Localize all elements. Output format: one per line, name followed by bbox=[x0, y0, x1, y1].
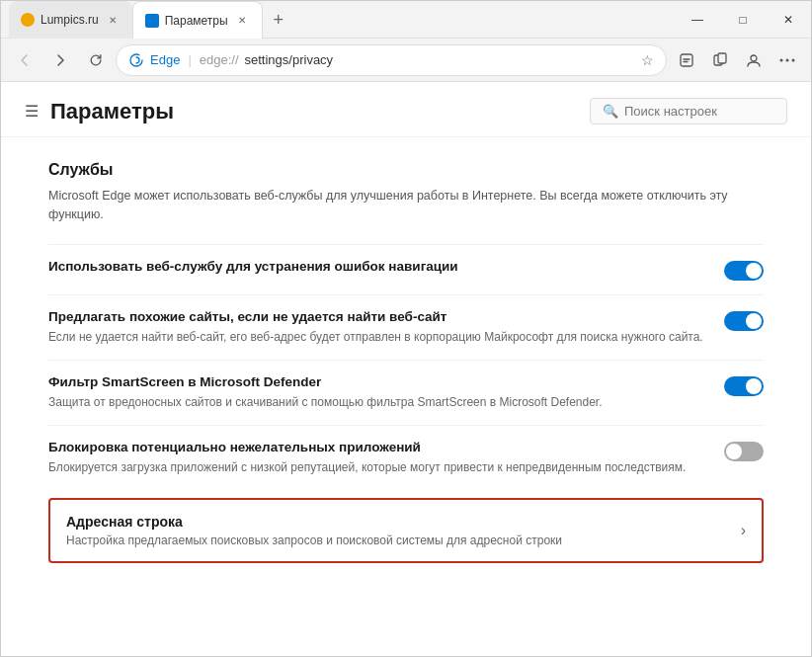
address-bar-nav-text: Адресная строка Настройка предлагаемых п… bbox=[66, 514, 562, 547]
search-input[interactable] bbox=[624, 104, 774, 119]
search-icon: 🔍 bbox=[603, 104, 618, 119]
tab-close-lumpics[interactable]: ✕ bbox=[105, 12, 121, 28]
page-title: Параметры bbox=[50, 99, 174, 124]
tab-favicon-lumpics bbox=[21, 13, 35, 27]
toggle-sublabel-pua: Блокируется загрузка приложений с низкой… bbox=[48, 458, 704, 476]
toggle-row-suggest-sites: Предлагать похожие сайты, если не удаетс… bbox=[48, 294, 764, 360]
more-button[interactable] bbox=[771, 44, 803, 76]
settings-title-row: ☰ Параметры bbox=[25, 99, 174, 124]
forward-button[interactable] bbox=[44, 44, 76, 76]
settings-header: ☰ Параметры 🔍 bbox=[1, 82, 811, 137]
back-button[interactable] bbox=[9, 44, 41, 76]
toggle-text-suggest-sites: Предлагать похожие сайты, если не удаетс… bbox=[48, 309, 724, 346]
toggle-label-smartscreen: Фильтр SmartScreen в Microsoft Defender bbox=[48, 374, 704, 389]
toggle-text-smartscreen: Фильтр SmartScreen в Microsoft Defender … bbox=[48, 374, 724, 411]
toggle-row-pua: Блокировка потенциально нежелательных пр… bbox=[48, 425, 764, 490]
toggle-row-nav-error: Использовать веб-службу для устранения о… bbox=[48, 244, 764, 294]
address-divider: | bbox=[188, 52, 191, 67]
svg-point-5 bbox=[786, 58, 789, 61]
profile-button[interactable] bbox=[738, 44, 770, 76]
toggle-label-pua: Блокировка потенциально нежелательных пр… bbox=[48, 440, 704, 454]
tab-favicon-settings bbox=[145, 14, 159, 28]
address-bar-nav-label: Адресная строка bbox=[66, 514, 562, 530]
svg-point-3 bbox=[751, 55, 757, 61]
navigation-bar: Edge | edge://settings/privacy ☆ bbox=[1, 39, 811, 82]
toggle-switch-smartscreen[interactable] bbox=[724, 376, 764, 396]
address-scheme: edge:// bbox=[200, 52, 239, 67]
svg-rect-2 bbox=[718, 53, 726, 63]
toggle-switch-suggest-sites[interactable] bbox=[724, 311, 764, 331]
tab-label-lumpics: Lumpics.ru bbox=[41, 13, 99, 27]
close-button[interactable]: ✕ bbox=[766, 1, 811, 39]
maximize-button[interactable]: □ bbox=[720, 1, 766, 39]
hamburger-icon[interactable]: ☰ bbox=[25, 102, 39, 121]
search-box[interactable]: 🔍 bbox=[590, 98, 787, 124]
toggle-text-nav-error: Использовать веб-службу для устранения о… bbox=[48, 259, 724, 278]
toggle-label-nav-error: Использовать веб-службу для устранения о… bbox=[48, 259, 704, 274]
address-bar-nav-sublabel: Настройка предлагаемых поисковых запросо… bbox=[66, 534, 562, 547]
toggle-switch-nav-error[interactable] bbox=[724, 261, 764, 281]
toggle-switch-pua[interactable] bbox=[724, 442, 764, 461]
minimize-button[interactable]: — bbox=[675, 1, 720, 39]
toggle-sublabel-smartscreen: Защита от вредоносных сайтов и скачивани… bbox=[48, 393, 704, 411]
new-tab-button[interactable]: + bbox=[263, 1, 294, 39]
toggle-label-suggest-sites: Предлагать похожие сайты, если не удаетс… bbox=[48, 309, 704, 324]
svg-point-6 bbox=[792, 58, 795, 61]
toggle-text-pua: Блокировка потенциально нежелательных пр… bbox=[48, 440, 724, 476]
edge-icon bbox=[128, 52, 144, 68]
favorites-button[interactable] bbox=[671, 44, 702, 76]
services-section: Службы Microsoft Edge может использовать… bbox=[1, 137, 811, 587]
address-bar[interactable]: Edge | edge://settings/privacy ☆ bbox=[116, 44, 667, 76]
tab-label-settings: Параметры bbox=[165, 14, 228, 28]
title-bar: Lumpics.ru ✕ Параметры ✕ + — □ ✕ bbox=[1, 1, 811, 39]
section-description: Microsoft Edge может использовать веб-сл… bbox=[48, 187, 764, 224]
chevron-right-icon: › bbox=[741, 522, 746, 539]
tab-settings[interactable]: Параметры ✕ bbox=[132, 1, 263, 39]
nav-right-buttons bbox=[671, 44, 803, 76]
address-path: settings/privacy bbox=[245, 52, 334, 67]
address-bar-nav-item[interactable]: Адресная строка Настройка предлагаемых п… bbox=[48, 498, 764, 563]
refresh-button[interactable] bbox=[80, 44, 112, 76]
tab-lumpics[interactable]: Lumpics.ru ✕ bbox=[9, 1, 132, 39]
svg-point-4 bbox=[780, 58, 783, 61]
settings-main: ☰ Параметры 🔍 Службы Microsoft Edge може… bbox=[1, 82, 811, 656]
svg-rect-0 bbox=[681, 54, 692, 66]
toggle-row-smartscreen: Фильтр SmartScreen в Microsoft Defender … bbox=[48, 360, 764, 425]
favorites-icon[interactable]: ☆ bbox=[641, 52, 654, 68]
section-title: Службы bbox=[48, 161, 764, 179]
content-area: ☰ Параметры 🔍 Службы Microsoft Edge може… bbox=[1, 82, 811, 656]
toggle-sublabel-suggest-sites: Если не удается найти веб-сайт, его веб-… bbox=[48, 328, 704, 346]
browser-window: Lumpics.ru ✕ Параметры ✕ + — □ ✕ bbox=[0, 0, 812, 657]
collections-button[interactable] bbox=[704, 44, 736, 76]
tab-close-settings[interactable]: ✕ bbox=[234, 13, 250, 29]
window-controls: — □ ✕ bbox=[675, 1, 811, 38]
address-edge-text: Edge bbox=[150, 52, 180, 67]
